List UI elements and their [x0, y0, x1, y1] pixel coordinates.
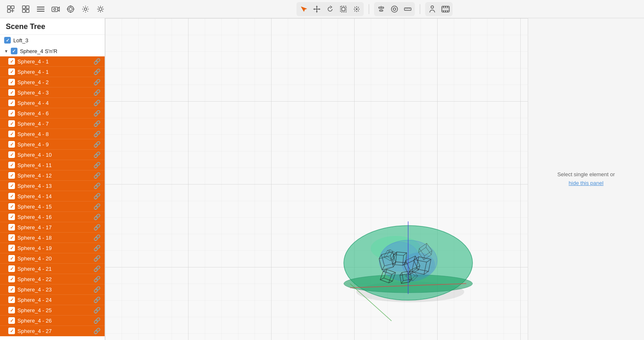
link-icon[interactable]: 🔗: [93, 110, 100, 117]
person-tool[interactable]: [426, 3, 438, 15]
tree-child-item[interactable]: Sphere_4 - 18🔗: [0, 233, 105, 243]
rotate-tool[interactable]: [324, 3, 336, 15]
tree-child-item[interactable]: Sphere_4 - 9🔗: [0, 139, 105, 150]
checkbox-child-5[interactable]: [8, 110, 15, 117]
checkbox-child-9[interactable]: [8, 151, 15, 158]
link-icon[interactable]: 🔗: [93, 296, 100, 303]
link-icon[interactable]: 🔗: [93, 328, 100, 334]
link-icon[interactable]: 🔗: [93, 234, 100, 241]
checkbox-child-2[interactable]: [8, 79, 15, 85]
tree-child-item[interactable]: Sphere_4 - 1🔗: [0, 56, 105, 67]
checkbox-child-7[interactable]: [8, 131, 15, 137]
checkbox-child-22[interactable]: [8, 286, 15, 293]
grid-icon[interactable]: [20, 3, 32, 15]
tree-child-item[interactable]: Sphere_4 - 26🔗: [0, 316, 105, 326]
tree-child-item[interactable]: Sphere_4 - 13🔗: [0, 181, 105, 191]
checkbox-child-18[interactable]: [8, 245, 15, 251]
tree-child-item[interactable]: Sphere_4 - 7🔗: [0, 119, 105, 129]
align-tool[interactable]: [375, 3, 387, 15]
link-icon[interactable]: 🔗: [93, 68, 100, 75]
checkbox-child-8[interactable]: [8, 141, 15, 148]
link-icon[interactable]: 🔗: [93, 214, 100, 220]
add-icon[interactable]: [5, 3, 17, 15]
tree-child-item[interactable]: Sphere_4 - 3🔗: [0, 87, 105, 98]
tree-child-item[interactable]: Sphere_4 - 8🔗: [0, 129, 105, 139]
link-icon[interactable]: 🔗: [93, 172, 100, 179]
tree-child-item[interactable]: Sphere_4 - 21🔗: [0, 264, 105, 274]
tree-child-item[interactable]: Sphere_4 - 11🔗: [0, 160, 105, 170]
link-icon[interactable]: 🔗: [93, 276, 100, 282]
tree-child-item[interactable]: Sphere_4 - 16🔗: [0, 212, 105, 222]
link-icon[interactable]: 🔗: [93, 131, 100, 137]
tree-child-item[interactable]: Sphere_4 - 10🔗: [0, 150, 105, 160]
checkbox-child-14[interactable]: [8, 203, 15, 210]
link-icon[interactable]: 🔗: [93, 224, 100, 231]
checkbox-child-1[interactable]: [8, 68, 15, 75]
link-icon[interactable]: 🔗: [93, 141, 100, 148]
tree-child-item[interactable]: Sphere_4 - 19🔗: [0, 243, 105, 253]
camera-icon[interactable]: [50, 3, 61, 15]
checkbox-child-17[interactable]: [8, 234, 15, 241]
link-icon[interactable]: 🔗: [93, 307, 100, 313]
link-icon[interactable]: 🔗: [93, 79, 100, 85]
tree-child-item[interactable]: Sphere_4 - 6🔗: [0, 108, 105, 119]
checkbox-child-25[interactable]: [8, 317, 15, 324]
checkbox-child-23[interactable]: [8, 296, 15, 303]
checkbox-child-10[interactable]: [8, 162, 15, 168]
menu-icon[interactable]: [35, 3, 47, 15]
target-icon[interactable]: [65, 3, 76, 15]
link-icon[interactable]: 🔗: [93, 203, 100, 210]
settings-icon[interactable]: [80, 3, 91, 15]
checkbox-child-3[interactable]: [8, 89, 15, 96]
tree-child-item[interactable]: Sphere_4 - 12🔗: [0, 170, 105, 181]
checkbox-sphere4-group[interactable]: [11, 48, 17, 54]
move-tool[interactable]: [311, 3, 323, 15]
checkbox-child-4[interactable]: [8, 100, 15, 106]
transform-tool[interactable]: [350, 3, 363, 15]
checkbox-child-12[interactable]: [8, 182, 15, 189]
link-icon[interactable]: 🔗: [93, 100, 100, 106]
checkbox-child-20[interactable]: [8, 265, 15, 272]
link-icon[interactable]: 🔗: [93, 317, 100, 324]
tree-child-item[interactable]: Sphere_4 - 27🔗: [0, 326, 105, 336]
tree-child-item[interactable]: Sphere_4 - 4🔗: [0, 98, 105, 108]
link-icon[interactable]: 🔗: [93, 193, 100, 199]
tree-child-item[interactable]: Sphere_4 - 1🔗: [0, 67, 105, 77]
sun-icon[interactable]: [95, 3, 106, 15]
tree-child-item[interactable]: Sphere_4 - 15🔗: [0, 202, 105, 212]
tree-child-item[interactable]: Sphere_4 - 23🔗: [0, 284, 105, 295]
tree-child-item[interactable]: Sphere_4 - 20🔗: [0, 253, 105, 264]
link-icon[interactable]: 🔗: [93, 151, 100, 158]
link-icon[interactable]: 🔗: [93, 89, 100, 96]
tree-child-item[interactable]: Sphere_4 - 22🔗: [0, 274, 105, 284]
snap-tool[interactable]: [388, 3, 401, 15]
checkbox-child-26[interactable]: [8, 328, 15, 334]
link-icon[interactable]: 🔗: [93, 120, 100, 127]
measure-tool[interactable]: [402, 3, 414, 15]
link-icon[interactable]: 🔗: [93, 265, 100, 272]
link-icon[interactable]: 🔗: [93, 182, 100, 189]
checkbox-child-13[interactable]: [8, 193, 15, 199]
checkbox-child-0[interactable]: [8, 58, 15, 65]
tree-child-item[interactable]: Sphere_4 - 14🔗: [0, 191, 105, 202]
select-tool[interactable]: [297, 3, 310, 15]
tree-group-sphere4[interactable]: ▼ Sphere_4 S'n'R: [0, 46, 105, 56]
link-icon[interactable]: 🔗: [93, 58, 100, 65]
scale-tool[interactable]: [337, 3, 350, 15]
link-icon[interactable]: 🔗: [93, 245, 100, 251]
checkbox-child-6[interactable]: [8, 120, 15, 127]
tree-child-item[interactable]: Sphere_4 - 24🔗: [0, 295, 105, 305]
link-icon[interactable]: 🔗: [93, 286, 100, 293]
tree-child-item[interactable]: Sphere_4 - 2🔗: [0, 77, 105, 87]
checkbox-child-19[interactable]: [8, 255, 15, 262]
tree-child-item[interactable]: Sphere_4 - 25🔗: [0, 305, 105, 316]
checkbox-child-24[interactable]: [8, 307, 15, 313]
checkbox-loft3[interactable]: [4, 37, 11, 44]
checkbox-child-16[interactable]: [8, 224, 15, 231]
viewport[interactable]: [105, 18, 528, 340]
film-tool[interactable]: [439, 3, 452, 15]
hide-panel-link[interactable]: hide this panel: [569, 180, 604, 186]
link-icon[interactable]: 🔗: [93, 255, 100, 262]
tree-item-loft3[interactable]: Loft_3: [0, 35, 105, 46]
checkbox-child-21[interactable]: [8, 276, 15, 282]
